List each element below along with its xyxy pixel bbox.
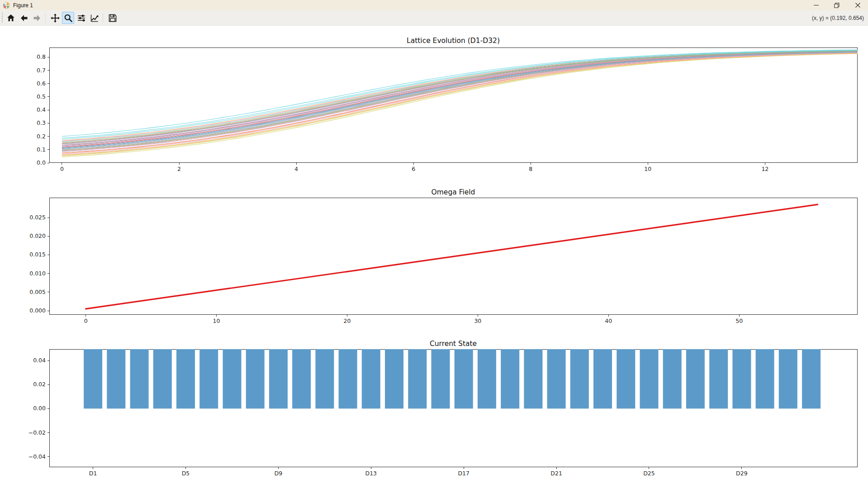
configure-subplots-button[interactable] bbox=[75, 12, 87, 24]
y-tick-label: 0.5 bbox=[12, 93, 46, 100]
cursor-coordinate-readout: (x, y) = (0.192, 0.654) bbox=[812, 15, 868, 21]
x-tick bbox=[649, 467, 649, 469]
x-tick-label: 10 bbox=[632, 166, 664, 173]
x-tick bbox=[531, 163, 531, 165]
chart-title-omega-field: Omega Field bbox=[340, 188, 566, 196]
edit-axes-button[interactable] bbox=[88, 12, 100, 24]
series-line-D20 bbox=[62, 50, 858, 138]
pan-button[interactable] bbox=[49, 12, 61, 24]
toolbar-separator bbox=[45, 13, 46, 23]
bar-D27 bbox=[686, 349, 705, 408]
x-tick bbox=[556, 467, 557, 469]
bar-D17 bbox=[455, 349, 473, 408]
bar-D15 bbox=[408, 349, 427, 408]
x-tick bbox=[648, 163, 648, 165]
bar-D3 bbox=[130, 349, 149, 408]
bar-D24 bbox=[617, 349, 635, 408]
bar-D1 bbox=[84, 349, 102, 408]
x-tick-label: 8 bbox=[515, 166, 546, 173]
y-tick-label: 0.00 bbox=[12, 405, 46, 412]
bar-D2 bbox=[107, 349, 125, 408]
x-tick bbox=[608, 315, 609, 317]
y-tick-label: 0.025 bbox=[12, 214, 46, 221]
x-tick-label: 10 bbox=[201, 317, 232, 325]
current-state-plot-area[interactable] bbox=[49, 349, 858, 467]
x-tick-label: D9 bbox=[262, 470, 294, 477]
x-tick bbox=[371, 467, 371, 469]
line-chart-icon bbox=[90, 14, 99, 23]
x-tick-label: 12 bbox=[749, 166, 781, 173]
lattice-evolution-plot-area[interactable] bbox=[49, 47, 858, 163]
x-tick-label: D29 bbox=[726, 470, 758, 477]
x-tick bbox=[216, 315, 217, 317]
bar-D30 bbox=[756, 349, 774, 408]
x-tick-label: D17 bbox=[448, 470, 479, 477]
window-title: Figure 1 bbox=[13, 2, 33, 9]
y-tick-label: 0.7 bbox=[12, 67, 46, 74]
bar-D18 bbox=[478, 349, 496, 408]
back-arrow-icon bbox=[19, 14, 28, 23]
series-line-D13 bbox=[62, 51, 858, 143]
close-icon bbox=[855, 3, 860, 8]
forward-button[interactable] bbox=[31, 12, 43, 24]
minimize-button[interactable] bbox=[806, 0, 826, 10]
chart-title-lattice-evolution: Lattice Evolution (D1-D32) bbox=[340, 37, 566, 45]
y-tick-label: 0.02 bbox=[12, 381, 46, 388]
y-tick-label: 0.015 bbox=[12, 251, 46, 258]
sliders-icon bbox=[77, 14, 86, 23]
x-tick-label: 20 bbox=[331, 317, 363, 325]
bar-D22 bbox=[570, 349, 589, 408]
y-tick-label: 0.1 bbox=[12, 146, 46, 153]
close-button[interactable] bbox=[847, 0, 868, 10]
x-tick bbox=[413, 163, 414, 165]
y-tick-label: 0.3 bbox=[12, 119, 46, 127]
x-tick-label: 4 bbox=[280, 166, 312, 173]
home-icon bbox=[6, 14, 15, 23]
bar-D7 bbox=[223, 349, 242, 408]
x-tick-label: D25 bbox=[633, 470, 665, 477]
bar-D16 bbox=[432, 349, 450, 408]
bar-D6 bbox=[199, 349, 218, 408]
y-tick-label: 0.04 bbox=[12, 357, 46, 364]
y-tick-label: 0.2 bbox=[12, 133, 46, 140]
x-tick bbox=[478, 315, 478, 317]
figure-canvas[interactable]: Lattice Evolution (D1-D32) Omega Field C… bbox=[0, 26, 868, 488]
bar-D29 bbox=[732, 349, 751, 408]
y-tick-label: 0.000 bbox=[12, 307, 46, 314]
y-tick-label: −0.04 bbox=[12, 453, 46, 460]
y-tick-label: 0.4 bbox=[12, 106, 46, 114]
restore-button[interactable] bbox=[826, 0, 847, 10]
bar-D13 bbox=[362, 349, 380, 408]
bar-D19 bbox=[501, 349, 519, 408]
x-tick-label: 2 bbox=[163, 166, 195, 173]
x-tick bbox=[741, 467, 742, 469]
bar-D9 bbox=[269, 349, 288, 408]
x-tick-label: 40 bbox=[593, 317, 624, 325]
x-tick-label: D21 bbox=[541, 470, 572, 477]
series-line-D15 bbox=[62, 51, 858, 141]
x-tick-label: 0 bbox=[70, 317, 102, 325]
x-tick bbox=[296, 163, 297, 165]
toolbar-grip[interactable] bbox=[1, 13, 3, 24]
bar-D4 bbox=[153, 349, 172, 408]
series-line-D26 bbox=[62, 52, 858, 146]
omega-field-plot-area[interactable] bbox=[49, 198, 858, 315]
back-button[interactable] bbox=[18, 12, 30, 24]
zoom-button[interactable] bbox=[62, 12, 74, 24]
bar-D14 bbox=[385, 349, 403, 408]
bar-D20 bbox=[524, 349, 542, 408]
title-bar[interactable]: Figure 1 bbox=[0, 0, 868, 10]
home-button[interactable] bbox=[5, 12, 17, 24]
y-tick-label: 0.005 bbox=[12, 289, 46, 296]
x-tick-label: D1 bbox=[77, 470, 109, 477]
bar-D11 bbox=[315, 349, 334, 408]
save-button[interactable] bbox=[106, 12, 119, 24]
magnifier-icon bbox=[64, 14, 73, 23]
series-line-D30 bbox=[62, 50, 858, 139]
x-tick-label: D5 bbox=[170, 470, 202, 477]
bar-D31 bbox=[779, 349, 797, 408]
bar-D23 bbox=[593, 349, 612, 408]
matplotlib-figure-window: { "window": { "title": "Figure 1", "cont… bbox=[0, 0, 868, 488]
y-tick-label: 0.020 bbox=[12, 232, 46, 240]
x-tick bbox=[185, 467, 186, 469]
